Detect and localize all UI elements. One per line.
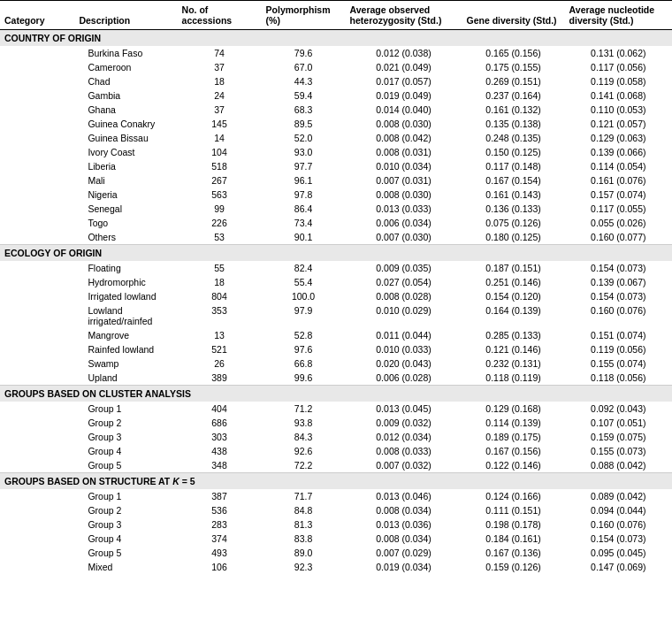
- table-row: Group 268693.80.009 (0.032)0.114 (0.139)…: [0, 416, 672, 430]
- cell-nucleotide-diversity: 0.094 (0.044): [565, 503, 672, 517]
- cell-polymorphism: 90.1: [262, 230, 346, 245]
- cell-description: Togo: [74, 216, 177, 230]
- cell-accessions: 18: [178, 74, 262, 88]
- cell-heterozygosity: 0.010 (0.034): [346, 159, 462, 173]
- cell-accessions: 438: [178, 444, 262, 458]
- cell-heterozygosity: 0.014 (0.040): [346, 103, 462, 117]
- cell-gene-diversity: 0.175 (0.155): [462, 60, 564, 74]
- cell-gene-diversity: 0.167 (0.136): [462, 546, 564, 560]
- cell-nucleotide-diversity: 0.151 (0.074): [565, 328, 672, 342]
- cell-nucleotide-diversity: 0.110 (0.053): [565, 103, 672, 117]
- col-header-heterozygosity: Average observed heterozygosity (Std.): [346, 1, 462, 30]
- cell-polymorphism: 86.4: [262, 202, 346, 216]
- cell-gene-diversity: 0.269 (0.151): [462, 74, 564, 88]
- section-label-country: COUNTRY OF ORIGIN: [0, 30, 672, 47]
- cell-description: Guinea Bissau: [74, 131, 177, 145]
- cell-accessions: 106: [178, 560, 262, 574]
- table-row: Guinea Bissau1452.00.008 (0.042)0.248 (0…: [0, 131, 672, 145]
- cell-gene-diversity: 0.161 (0.143): [462, 188, 564, 202]
- cell-nucleotide-diversity: 0.139 (0.067): [565, 275, 672, 289]
- cell-accessions: 55: [178, 261, 262, 275]
- table-row: Rainfed lowland52197.60.010 (0.033)0.121…: [0, 342, 672, 356]
- table-row: Swamp2666.80.020 (0.043)0.232 (0.131)0.1…: [0, 356, 672, 371]
- cell-heterozygosity: 0.007 (0.029): [346, 546, 462, 560]
- cell-nucleotide-diversity: 0.161 (0.076): [565, 173, 672, 188]
- cell-accessions: 374: [178, 532, 262, 546]
- cell-accessions: 13: [178, 328, 262, 342]
- cell-polymorphism: 71.7: [262, 489, 346, 503]
- cell-heterozygosity: 0.021 (0.049): [346, 60, 462, 74]
- cell-category: [0, 489, 74, 503]
- cell-heterozygosity: 0.006 (0.028): [346, 371, 462, 386]
- cell-polymorphism: 92.3: [262, 560, 346, 574]
- cell-polymorphism: 100.0: [262, 289, 346, 303]
- cell-description: Cameroon: [74, 60, 177, 74]
- cell-description: Group 2: [74, 416, 177, 430]
- cell-polymorphism: 55.4: [262, 275, 346, 289]
- cell-nucleotide-diversity: 0.160 (0.077): [565, 230, 672, 245]
- cell-heterozygosity: 0.011 (0.044): [346, 328, 462, 342]
- table-row: Nigeria56397.80.008 (0.030)0.161 (0.143)…: [0, 188, 672, 202]
- cell-accessions: 804: [178, 289, 262, 303]
- cell-accessions: 518: [178, 159, 262, 173]
- cell-polymorphism: 97.6: [262, 342, 346, 356]
- cell-description: Burkina Faso: [74, 46, 177, 60]
- cell-category: [0, 546, 74, 560]
- col-header-accessions: No. of accessions: [178, 1, 262, 30]
- table-body: COUNTRY OF ORIGINBurkina Faso7479.60.012…: [0, 30, 672, 575]
- cell-description: Group 3: [74, 430, 177, 444]
- cell-gene-diversity: 0.118 (0.119): [462, 371, 564, 386]
- cell-gene-diversity: 0.198 (0.178): [462, 517, 564, 532]
- cell-description: Floating: [74, 261, 177, 275]
- cell-accessions: 14: [178, 131, 262, 145]
- cell-description: Hydromorphic: [74, 275, 177, 289]
- cell-heterozygosity: 0.010 (0.029): [346, 303, 462, 328]
- cell-description: Liberia: [74, 159, 177, 173]
- table-header: Category Description No. of accessions P…: [0, 1, 672, 30]
- cell-description: Chad: [74, 74, 177, 88]
- cell-gene-diversity: 0.184 (0.161): [462, 532, 564, 546]
- cell-heterozygosity: 0.013 (0.036): [346, 517, 462, 532]
- cell-polymorphism: 92.6: [262, 444, 346, 458]
- cell-gene-diversity: 0.180 (0.125): [462, 230, 564, 245]
- cell-description: Group 3: [74, 517, 177, 532]
- cell-heterozygosity: 0.012 (0.038): [346, 46, 462, 60]
- cell-accessions: 348: [178, 458, 262, 473]
- cell-category: [0, 275, 74, 289]
- cell-polymorphism: 97.7: [262, 159, 346, 173]
- cell-heterozygosity: 0.008 (0.033): [346, 444, 462, 458]
- cell-accessions: 283: [178, 517, 262, 532]
- cell-category: [0, 371, 74, 386]
- cell-category: [0, 261, 74, 275]
- cell-polymorphism: 93.8: [262, 416, 346, 430]
- cell-description: Rainfed lowland: [74, 342, 177, 356]
- cell-description: Others: [74, 230, 177, 245]
- cell-gene-diversity: 0.111 (0.151): [462, 503, 564, 517]
- cell-category: [0, 230, 74, 245]
- cell-accessions: 686: [178, 416, 262, 430]
- cell-accessions: 387: [178, 489, 262, 503]
- cell-description: Mali: [74, 173, 177, 188]
- cell-gene-diversity: 0.165 (0.156): [462, 46, 564, 60]
- cell-description: Senegal: [74, 202, 177, 216]
- cell-category: [0, 46, 74, 60]
- cell-nucleotide-diversity: 0.107 (0.051): [565, 416, 672, 430]
- cell-nucleotide-diversity: 0.160 (0.076): [565, 517, 672, 532]
- cell-description: Group 5: [74, 458, 177, 473]
- cell-polymorphism: 97.9: [262, 303, 346, 328]
- table-row: Mixed10692.30.019 (0.034)0.159 (0.126)0.…: [0, 560, 672, 574]
- cell-gene-diversity: 0.285 (0.133): [462, 328, 564, 342]
- cell-polymorphism: 83.8: [262, 532, 346, 546]
- cell-gene-diversity: 0.150 (0.125): [462, 145, 564, 159]
- cell-category: [0, 131, 74, 145]
- table-row: Group 443892.60.008 (0.033)0.167 (0.156)…: [0, 444, 672, 458]
- cell-heterozygosity: 0.008 (0.042): [346, 131, 462, 145]
- cell-category: [0, 74, 74, 88]
- cell-gene-diversity: 0.154 (0.120): [462, 289, 564, 303]
- cell-nucleotide-diversity: 0.118 (0.056): [565, 371, 672, 386]
- table-row: Gambia2459.40.019 (0.049)0.237 (0.164)0.…: [0, 88, 672, 103]
- cell-accessions: 389: [178, 371, 262, 386]
- cell-heterozygosity: 0.007 (0.032): [346, 458, 462, 473]
- cell-description: Gambia: [74, 88, 177, 103]
- table-row: Group 330384.30.012 (0.034)0.189 (0.175)…: [0, 430, 672, 444]
